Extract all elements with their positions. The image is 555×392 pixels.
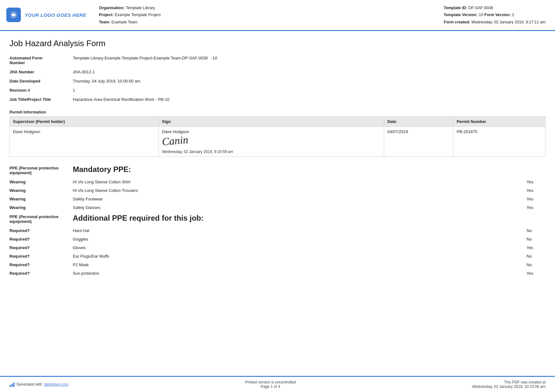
ppe-req-value-4: No — [527, 262, 546, 267]
ppe-req-value-2: Yes — [527, 245, 546, 250]
ppe-req-value-0: No — [527, 228, 546, 233]
table-header-supervisor: Supervisor (Permit holder) — [10, 116, 159, 126]
ppe-item-name-2: Safety Footwear — [73, 197, 527, 201]
field-value-date: Thursday, 04 July 2019, 10:00:00 am — [73, 77, 546, 86]
table-header-date: Date — [384, 116, 453, 126]
ppe-row-label-2: Wearing — [9, 195, 73, 203]
org-line: Organisation: Template Library — [99, 4, 431, 11]
ppe-req-value-5: Yes — [527, 271, 546, 276]
field-value-job-title: Hazardous Area Electrical Rectification … — [73, 95, 546, 104]
header-right: Template ID: DP-SAF-0038 Template Versio… — [444, 4, 546, 26]
ppe-req-label-5: Required? — [9, 269, 73, 278]
logo-area: YOUR LOGO GOES HERE — [6, 4, 86, 26]
template-id-value: DP-SAF-0038 — [468, 6, 493, 10]
field-label-revision: Revision # — [9, 86, 73, 95]
ppe-additional-header: Additional PPE required for this job: — [73, 212, 546, 226]
field-label-job-title: Job Title/Project Title — [9, 95, 73, 104]
permit-section-label: Permit Information — [9, 110, 546, 114]
form-version-value: 2 — [512, 13, 514, 17]
ppe-mandatory-section: PPE (Personal protectiveequipment) Manda… — [9, 163, 546, 278]
footer-center-line1: Printed version is uncontrolled — [245, 380, 296, 384]
table-header-permit: Permit Number — [453, 116, 546, 126]
ppe-req-content-1: Goggles No — [73, 235, 546, 243]
ppe-req-label-0: Required? — [9, 226, 73, 235]
ppe-req-label-4: Required? — [9, 260, 73, 269]
signature-timestamp: Wednesday, 02 January 2019, 9:19:59 am — [162, 150, 381, 154]
field-label-auto-form: Automated FormNumber — [9, 53, 73, 67]
footer-right-line2: Wednesday, 02 January 2019, 10:15:06 am — [472, 384, 546, 389]
form-title: Job Hazard Analysis Form — [9, 39, 546, 48]
footer-left: Generated with dashpivot.com — [9, 382, 69, 387]
ppe-req-value-1: No — [527, 237, 546, 242]
template-id-line: Template ID: DP-SAF-0038 — [444, 4, 546, 11]
ppe-mandatory-header: Mandatory PPE: — [73, 163, 546, 178]
logo-icon — [6, 8, 21, 22]
ppe-req-name-2: Gloves — [73, 245, 527, 250]
footer-right: This PDF was created at Wednesday, 02 Ja… — [472, 380, 546, 389]
field-value-auto-form: Template Library-Example Template Projec… — [73, 53, 546, 67]
logo-text: YOUR LOGO GOES HERE — [25, 12, 86, 18]
ppe-item-name-0: Hi Vis Long Sleeve Cotton Shirt — [73, 180, 527, 184]
ppe-item-name-3: Safety Glasses — [73, 205, 527, 210]
footer-link[interactable]: dashpivot.com — [44, 382, 68, 387]
ppe-item-value-3: Yes — [527, 205, 546, 210]
table-cell-supervisor: Dave Hodgson — [10, 126, 159, 156]
ppe-item-value-1: Yes — [527, 188, 546, 193]
template-version-value: 10 — [479, 13, 483, 17]
field-value-jha: JHA-0012-1 — [73, 67, 546, 77]
form-created-line: Form created: Wednesday, 02 January 2019… — [444, 19, 546, 26]
footer: Generated with dashpivot.com Printed ver… — [0, 376, 555, 392]
org-label: Organisation: — [99, 6, 125, 10]
permit-table: Supervisor (Permit holder) Sign Date Per… — [9, 116, 546, 157]
ppe-req-name-3: Ear Plugs/Ear Muffs — [73, 254, 527, 259]
ppe-item-name-1: Hi Vis Long Sleeve Cotton Trousers — [73, 188, 527, 193]
ppe-req-name-5: Sun protection — [73, 271, 527, 276]
main-content: Job Hazard Analysis Form Automated FormN… — [0, 31, 555, 376]
ppe-req-label-1: Required? — [9, 235, 73, 243]
team-line: Team: Example Team — [99, 19, 431, 26]
form-created-value: Wednesday, 02 January 2019, 9:17:11 am — [471, 20, 546, 24]
project-label: Project: — [99, 13, 114, 17]
header-meta: Organisation: Template Library Project: … — [99, 4, 431, 26]
template-version-label: Template Version: — [444, 13, 478, 17]
form-created-label: Form created: — [444, 20, 470, 24]
ppe-item-value-0: Yes — [527, 180, 546, 184]
team-value: Example Team — [111, 20, 137, 24]
template-id-label: Template ID: — [444, 6, 467, 10]
footer-generated-text: Generated with — [16, 382, 42, 387]
ppe-req-name-0: Hard Hat — [73, 228, 527, 233]
ppe-req-name-4: P2 Mask — [73, 262, 527, 267]
form-version-label: Form Version: — [484, 13, 511, 17]
ppe-row-label-1: Wearing — [9, 186, 73, 195]
header: YOUR LOGO GOES HERE Organisation: Templa… — [0, 0, 555, 31]
field-label-jha: JHA Number — [9, 67, 73, 77]
ppe-additional-label: PPE (Personal protectiveequipment) — [9, 212, 73, 226]
ppe-req-content-2: Gloves Yes — [73, 243, 546, 252]
table-cell-sign: Dave Hodgson Canin Wednesday, 02 January… — [159, 126, 384, 156]
footer-right-line1: This PDF was created at — [472, 380, 546, 384]
team-label: Team: — [99, 20, 110, 24]
field-value-revision: 1 — [73, 86, 546, 95]
org-value: Template Library — [126, 6, 155, 10]
ppe-row-content-3: Safety Glasses Yes — [73, 203, 546, 212]
version-line: Template Version: 10 Form Version: 2 — [444, 11, 546, 18]
ppe-req-content-5: Sun protection Yes — [73, 269, 546, 278]
footer-center: Printed version is uncontrolled Page 1 o… — [245, 380, 296, 389]
ppe-req-value-3: No — [527, 254, 546, 259]
ppe-mandatory-label: PPE (Personal protectiveequipment) — [9, 163, 73, 178]
ppe-row-content-2: Safety Footwear Yes — [73, 195, 546, 203]
project-line: Project: Example Template Project — [99, 11, 431, 18]
ppe-req-content-3: Ear Plugs/Ear Muffs No — [73, 252, 546, 260]
ppe-row-content-1: Hi Vis Long Sleeve Cotton Trousers Yes — [73, 186, 546, 195]
table-cell-permit-number: PB-201875 — [453, 126, 546, 156]
project-value: Example Template Project — [115, 13, 161, 17]
ppe-row-content-0: Hi Vis Long Sleeve Cotton Shirt Yes — [73, 178, 546, 186]
ppe-row-label-0: Wearing — [9, 178, 73, 186]
ppe-req-content-4: P2 Mask No — [73, 260, 546, 269]
field-label-date: Date Developed — [9, 77, 73, 86]
form-fields: Automated FormNumber Template Library-Ex… — [9, 53, 546, 104]
ppe-req-label-3: Required? — [9, 252, 73, 260]
footer-center-line2: Page 1 of 4 — [245, 384, 296, 389]
table-cell-date: 04/07/2019 — [384, 126, 453, 156]
ppe-item-value-2: Yes — [527, 197, 546, 201]
